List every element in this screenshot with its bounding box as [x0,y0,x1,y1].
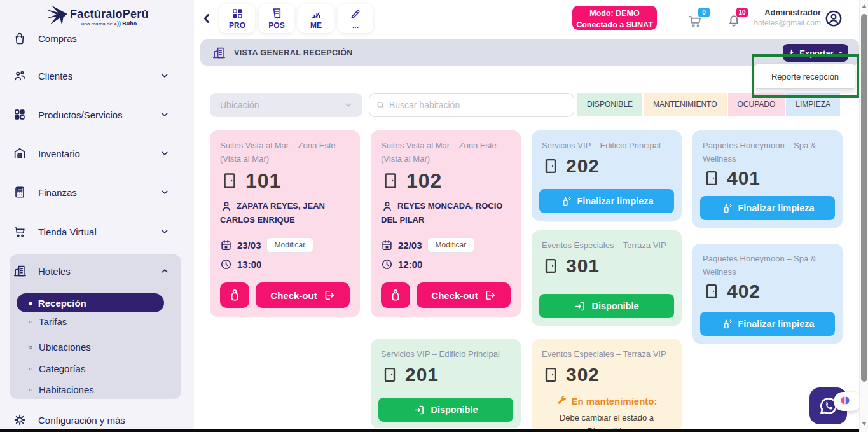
scrollbar-thumb[interactable] [861,14,867,382]
checkout-time: 13:00 [237,259,261,270]
door-icon [546,160,555,173]
account-menu-button[interactable] [824,9,843,28]
app-button-label: POS [259,21,294,30]
person-icon [384,202,390,211]
door-hanger-icon [393,290,399,300]
scroll-up-arrow[interactable] [862,4,867,8]
room-location: Suites Vista al Mar – Zona Este (Vista a… [220,139,350,166]
modify-date-button[interactable]: Modificar [427,237,475,253]
user-info[interactable]: Administrador hoteles@gmail.com [738,8,821,27]
modify-date-button[interactable]: Modificar [266,237,314,253]
legend-ocupado: OCUPADO [728,93,785,116]
sidebar-item-label: Inventario [38,148,80,159]
room-number: 201 [405,364,439,386]
room-location: Servicios VIP – Edificio Principal [542,139,672,152]
export-dropdown-item-reporte-recepcion[interactable]: Reporte recepción [755,64,855,89]
finish-cleaning-button[interactable]: Finalizar limpieza [539,189,674,213]
door-icon [546,369,555,382]
brand-name: FactúraloPerú [70,8,149,21]
maintenance-title: En mantenimiento: [542,395,672,407]
sidebar-item-habitaciones[interactable]: ○ Habitaciones [29,382,94,397]
grid-icon [15,110,24,119]
sidebar-item-configuracion[interactable]: Configuración y más [13,410,181,430]
spray-icon [725,204,731,212]
sidebar-item-categorias[interactable]: ○ Categorías [29,361,85,376]
app-button-me[interactable]: ME [298,4,334,33]
finish-cleaning-button[interactable]: Finalizar limpieza [700,312,835,336]
checkout-button[interactable]: Check-out [417,282,511,308]
room-card-301: Eventos Especiales – Terraza VIP 301 Dis… [532,230,682,326]
sidebar-item-hoteles[interactable]: Hoteles [13,261,181,281]
cart-icon [15,228,24,237]
room-search-input[interactable] [389,100,567,110]
sidebar-item-label: Ubicaciones [39,342,91,352]
collapse-sidebar-button[interactable] [200,11,214,25]
sidebar-item-finanzas[interactable]: Finanzas [13,182,181,202]
calendar-icon [383,240,391,249]
room-card-302: Eventos Especiales – Terraza VIP 302 En … [532,339,682,432]
location-select-placeholder: Ubicación [220,100,343,110]
app-button-pos[interactable]: POS [259,4,294,33]
warehouse-icon [15,149,25,158]
grid-icon [233,10,241,18]
app-logo: FactúraloPerú una marca de ●)) Buho [0,0,194,32]
sidebar-item-tienda-virtual[interactable]: Tienda Virtual [13,221,181,242]
location-select[interactable]: Ubicación [210,93,362,117]
room-location: Eventos Especiales – Terraza VIP [542,347,672,361]
bullet-outline-icon: ○ [29,318,32,325]
sidebar-item-productos[interactable]: Productos/Servicios [13,104,181,125]
bullet-outline-icon: ○ [29,386,32,393]
room-search [369,93,574,117]
sidebar-item-inventario[interactable]: Inventario [13,143,181,164]
people-icon [15,71,24,80]
sidebar-item-tarifas[interactable]: ○ Tarifas [29,314,67,329]
app-button-pro[interactable]: PRO [219,4,255,33]
enter-icon [576,302,584,310]
finish-cleaning-button[interactable]: Finalizar limpieza [700,196,835,220]
checkout-time: 12:00 [398,259,422,270]
door-icon [385,369,394,382]
wrench-icon [558,396,566,404]
chevron-left-icon [205,15,208,22]
sidebar-item-clientes[interactable]: Clientes [13,66,181,86]
chevron-down-icon [162,152,167,155]
pencil-icon [352,11,359,18]
exit-icon [326,291,333,300]
chevron-up-icon [162,270,167,272]
door-hanger-button[interactable] [381,282,410,308]
cart-icon [689,17,700,27]
receipt-icon [273,9,280,18]
sidebar-item-label: Categorías [39,363,85,374]
calculator-icon [16,187,24,197]
scroll-down-arrow[interactable] [862,422,867,426]
app-button-label: PRO [219,21,255,30]
room-card-202: Servicios VIP – Edificio Principal 202 F… [532,130,682,221]
door-hanger-button[interactable] [220,282,249,308]
demo-mode-badge: Modo: DEMO Conectado a SUNAT [572,6,657,30]
room-location: Suites Vista al Mar – Zona Este (Vista a… [381,139,511,166]
available-button[interactable]: Disponible [539,294,674,318]
export-button[interactable]: Exportar [783,44,848,62]
sidebar-item-label: Configuración y más [38,415,125,426]
bullet-outline-icon: ○ [29,365,32,372]
checkout-button[interactable]: Check-out [256,282,350,308]
sidebar-item-ubicaciones[interactable]: ○ Ubicaciones [29,339,91,354]
brand-tagline: una marca de ●)) Buho [81,20,137,27]
scrollbar[interactable] [859,0,868,432]
room-number: 101 [245,169,281,193]
app-button-more[interactable]: ... [338,4,373,33]
legend-limpieza: LIMPIEZA [786,93,840,116]
room-card-201: Servicios VIP – Edificio Principal 201 D… [371,339,521,428]
clock-icon [222,260,230,268]
available-button[interactable]: Disponible [378,398,513,422]
room-card-102: Suites Vista al Mar – Zona Este (Vista a… [371,130,521,317]
brain-icon [841,397,850,405]
chevron-down-icon [162,230,167,233]
mode-line2: Conectado a SUNAT [572,19,657,31]
user-email: hoteles@gmail.com [738,18,821,27]
sidebar-item-label: Productos/Servicios [38,109,123,120]
assistant-chip-button[interactable] [834,392,862,411]
sidebar-item-recepcion-active[interactable]: ● Recepción [17,293,164,312]
room-number: 401 [727,167,761,189]
door-icon [707,172,716,185]
